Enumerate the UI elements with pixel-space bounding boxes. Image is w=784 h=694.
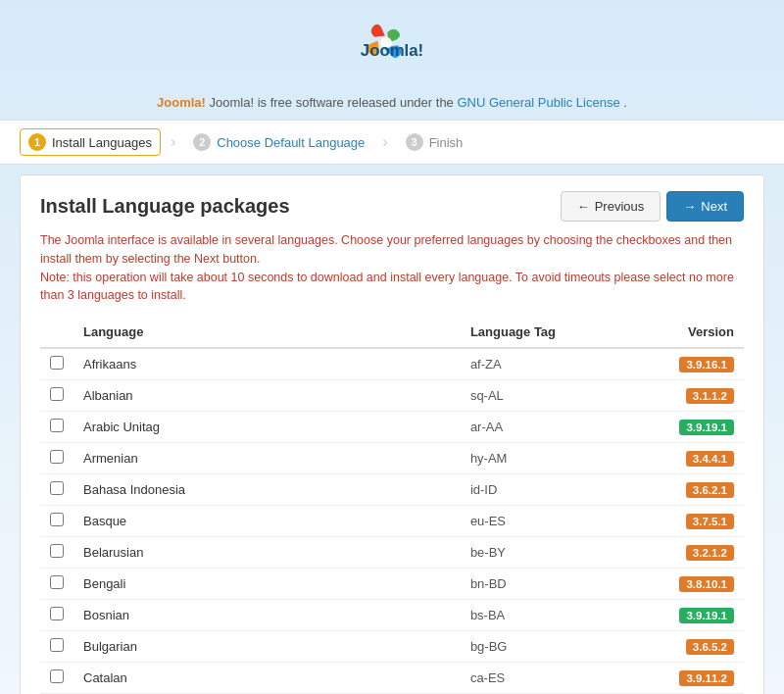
checkbox-af-ZA[interactable] [50,356,64,370]
col-tag-header: Language Tag [461,317,627,348]
step-2-label: Choose Default Language [217,135,365,150]
row-checkbox-cell [40,412,74,443]
row-version: 3.4.4.1 [626,443,744,474]
version-badge: 3.9.16.1 [679,357,734,372]
col-language-header: Language [74,317,461,348]
next-arrow-icon: → [683,199,696,214]
table-row: Afrikaansaf-ZA3.9.16.1 [40,348,744,380]
svg-text:Joomla!: Joomla! [361,41,423,60]
step-2-number: 2 [193,133,211,151]
row-language-name: Bosnian [74,600,461,631]
checkbox-eu-ES[interactable] [50,513,64,526]
checkbox-bg-BG[interactable] [50,638,64,652]
row-version: 3.6.2.1 [626,474,744,506]
row-checkbox-cell [40,663,74,694]
version-badge: 3.8.10.1 [679,576,734,592]
row-version: 3.9.11.2 [626,663,744,694]
checkbox-be-BY[interactable] [50,544,64,558]
prev-arrow-icon: ← [577,199,590,214]
row-language-name: Arabic Unitag [74,412,461,443]
checkbox-bs-BA[interactable] [50,607,64,620]
table-row: Bahasa Indonesiaid-ID3.6.2.1 [40,474,744,506]
row-version: 3.1.1.2 [626,380,744,412]
main-content: Install Language packages ← Previous → N… [20,174,764,694]
row-language-name: Basque [74,506,461,537]
col-version-header: Version [626,317,744,348]
action-buttons: ← Previous → Next [561,191,744,222]
step-1-label: Install Languages [52,135,152,150]
row-version: 3.8.10.1 [626,569,744,600]
row-checkbox-cell [40,474,74,506]
row-language-name: Catalan [74,663,461,694]
license-suffix: . [623,95,627,110]
version-badge: 3.2.1.2 [686,545,734,561]
language-table: Language Language Tag Version Afrikaansa… [40,317,744,694]
row-language-tag: bg-BG [461,631,627,663]
description-line2: Note: this operation will take about 10 … [40,269,744,306]
row-language-name: Afrikaans [74,348,461,380]
version-badge: 3.9.19.1 [679,608,734,623]
row-language-tag: hy-AM [461,443,627,474]
row-version: 3.6.5.2 [626,631,744,663]
version-badge: 3.1.1.2 [686,388,734,404]
version-badge: 3.4.4.1 [686,451,734,467]
version-badge: 3.6.5.2 [686,639,734,655]
table-row: Bulgarianbg-BG3.6.5.2 [40,631,744,663]
checkbox-bn-BD[interactable] [50,575,64,589]
license-bar: Joomla! Joomla! is free software release… [0,89,784,120]
row-language-name: Albanian [74,380,461,412]
row-language-name: Bulgarian [74,631,461,663]
table-row: Catalanca-ES3.9.11.2 [40,663,744,694]
row-checkbox-cell [40,537,74,569]
checkbox-hy-AM[interactable] [50,450,64,464]
step-choose-language[interactable]: 2 Choose Default Language [185,129,372,155]
table-header-row: Language Language Tag Version [40,317,744,348]
version-badge: 3.9.19.1 [679,420,734,435]
table-row: Basqueeu-ES3.7.5.1 [40,506,744,537]
page-header: Joomla! [0,0,784,89]
row-checkbox-cell [40,600,74,631]
row-language-tag: af-ZA [461,348,627,380]
checkbox-ca-ES[interactable] [50,669,64,683]
table-row: Bosnianbs-BA3.9.19.1 [40,600,744,631]
checkbox-sq-AL[interactable] [50,387,64,401]
row-checkbox-cell [40,631,74,663]
table-row: Arabic Unitagar-AA3.9.19.1 [40,412,744,443]
joomla-logo: Joomla! [333,18,451,76]
version-badge: 3.9.11.2 [679,670,734,686]
description-block: The Joomla interface is available in sev… [40,231,744,305]
next-label: Next [701,199,727,214]
step-divider-2: › [382,133,387,151]
next-button[interactable]: → Next [666,191,744,222]
table-row: Albaniansq-AL3.1.1.2 [40,380,744,412]
checkbox-ar-AA[interactable] [50,419,64,432]
row-language-tag: sq-AL [461,380,627,412]
previous-button[interactable]: ← Previous [561,191,662,222]
checkbox-id-ID[interactable] [50,481,64,495]
joomla-brand: Joomla! [157,95,206,110]
row-version: 3.7.5.1 [626,506,744,537]
row-language-name: Armenian [74,443,461,474]
row-checkbox-cell [40,443,74,474]
row-language-tag: be-BY [461,537,627,569]
step-1-number: 1 [28,133,46,151]
row-checkbox-cell [40,348,74,380]
page-title: Install Language packages [40,195,290,218]
step-3-number: 3 [406,133,423,151]
row-language-name: Bahasa Indonesia [74,474,461,506]
table-row: Belarusianbe-BY3.2.1.2 [40,537,744,569]
step-divider-1: › [171,133,175,151]
step-3-label: Finish [429,135,464,150]
row-version: 3.9.16.1 [626,348,744,380]
license-prefix: Joomla! is free software released under … [210,95,458,110]
page-header-row: Install Language packages ← Previous → N… [40,191,744,222]
step-finish: 3 Finish [398,129,471,155]
step-install-languages: 1 Install Languages [20,128,161,156]
gpl-link[interactable]: GNU General Public License [457,95,619,110]
row-version: 3.9.19.1 [626,412,744,443]
row-language-tag: bn-BD [461,569,627,600]
row-checkbox-cell [40,506,74,537]
version-badge: 3.6.2.1 [686,482,734,498]
row-version: 3.9.19.1 [626,600,744,631]
row-language-tag: bs-BA [461,600,627,631]
